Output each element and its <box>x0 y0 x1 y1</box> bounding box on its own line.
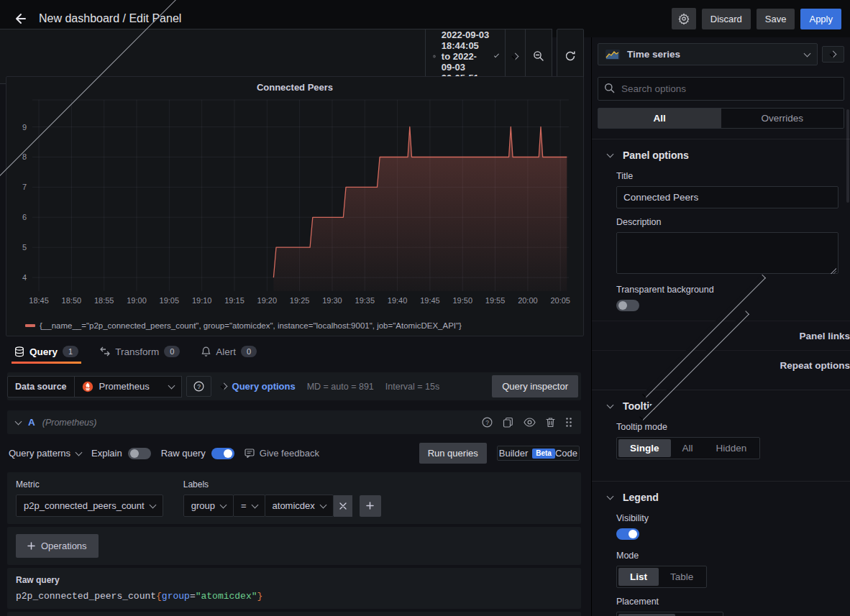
svg-text:19:10: 19:10 <box>192 296 212 305</box>
transparent-background-toggle[interactable] <box>616 300 639 311</box>
editor-tabs: Query 1 Transform 0 Alert 0 <box>0 336 591 364</box>
legend-mode-segment: List Table <box>616 566 707 588</box>
give-feedback-link[interactable]: Give feedback <box>245 448 319 459</box>
datasource-help-button[interactable]: ? <box>186 376 211 397</box>
svg-text:19:00: 19:00 <box>127 296 147 305</box>
panel-options-header[interactable]: Panel options <box>592 139 850 165</box>
comment-icon <box>245 449 255 458</box>
tab-all[interactable]: All <box>598 109 721 128</box>
discard-button[interactable]: Discard <box>702 9 751 29</box>
chevron-right-icon <box>512 52 519 60</box>
add-operations-button[interactable]: Operations <box>16 534 99 558</box>
time-picker-group: 2022-09-03 18:44:05 to 2022-09-03 20:05:… <box>0 29 584 84</box>
hide-response-eye-icon[interactable] <box>524 418 536 427</box>
chart-legend[interactable]: {__name__="p2p_connected_peers_count", g… <box>6 321 583 336</box>
search-options-input[interactable] <box>598 77 844 101</box>
panel-options-title: Panel options <box>623 150 689 161</box>
back-button[interactable] <box>9 7 32 30</box>
query-options-row[interactable]: Options Legend: Auto Format: Time series… <box>7 612 581 616</box>
options-scrollbar[interactable] <box>846 109 849 203</box>
metric-label: Metric <box>16 479 163 489</box>
label-value-select[interactable]: atomicdex <box>265 495 334 517</box>
svg-text:7: 7 <box>22 183 27 191</box>
run-queries-button[interactable]: Run queries <box>419 443 487 464</box>
tab-overrides[interactable]: Overrides <box>721 109 844 128</box>
explain-label: Explain <box>91 448 122 459</box>
label-name-select[interactable]: group <box>183 495 234 517</box>
options-pane: Time series All Overrides Panel opt <box>591 37 850 616</box>
refresh-button[interactable] <box>557 29 584 84</box>
visualization-picker[interactable]: Time series <box>598 43 818 65</box>
duplicate-icon[interactable] <box>503 417 513 428</box>
tooltip-mode-single[interactable]: Single <box>618 439 671 457</box>
remove-label-button[interactable] <box>334 495 352 517</box>
svg-text:19:55: 19:55 <box>485 296 506 305</box>
legend-mode-list[interactable]: List <box>618 568 659 586</box>
toggle-viz-suggestions-button[interactable] <box>822 46 844 63</box>
query-inspector-button[interactable]: Query inspector <box>492 375 578 397</box>
trash-icon[interactable] <box>546 417 555 428</box>
svg-text:19:30: 19:30 <box>322 296 342 305</box>
metric-select[interactable]: p2p_connected_peers_count <box>16 495 163 517</box>
tooltip-header[interactable]: Tooltip <box>592 390 850 416</box>
builder-label: Builder <box>499 448 528 459</box>
save-button[interactable]: Save <box>757 9 795 29</box>
svg-text:?: ? <box>197 383 201 390</box>
svg-text:19:40: 19:40 <box>388 296 408 305</box>
collapse-query-icon[interactable] <box>15 418 22 425</box>
tab-query[interactable]: Query 1 <box>12 346 81 364</box>
chevron-down-icon <box>607 151 614 158</box>
clock-icon <box>433 51 436 62</box>
help-icon[interactable]: ? <box>482 417 493 428</box>
query-builder-toolbar: Query patterns Explain Raw query Give fe… <box>7 437 581 469</box>
svg-text:18:45: 18:45 <box>29 296 49 305</box>
datasource-label: Data source <box>7 376 75 397</box>
chevron-right-icon <box>830 51 837 58</box>
svg-text:18:55: 18:55 <box>94 296 114 305</box>
label-value-value: atomicdex <box>273 500 315 511</box>
svg-text:20:05: 20:05 <box>550 296 570 305</box>
apply-button[interactable]: Apply <box>800 9 841 29</box>
legend-visibility-toggle[interactable] <box>616 528 639 540</box>
datasource-picker[interactable]: Prometheus <box>74 376 182 397</box>
query-editor: A (Prometheus) ? Query patterns <box>7 410 581 616</box>
transform-count-badge: 0 <box>164 346 180 357</box>
time-shift-back-button[interactable] <box>0 29 426 84</box>
legend-header[interactable]: Legend <box>592 482 850 507</box>
timeseries-chart: 45678918:4518:5018:5519:0019:0519:1019:1… <box>11 94 582 310</box>
query-row-header[interactable]: A (Prometheus) ? <box>7 410 581 434</box>
labels-field: Labels group = <box>183 479 381 517</box>
zoom-out-time-button[interactable] <box>525 29 552 84</box>
time-range-picker[interactable]: 2022-09-03 18:44:05 to 2022-09-03 20:05:… <box>425 29 506 84</box>
chart-area[interactable]: 45678918:4518:5018:5519:0019:0519:1019:1… <box>6 94 583 321</box>
query-patterns-dropdown[interactable]: Query patterns <box>9 448 81 459</box>
tooltip-mode-all[interactable]: All <box>671 439 705 457</box>
chevron-down-icon <box>168 382 175 389</box>
transform-icon <box>100 346 110 357</box>
svg-text:19:25: 19:25 <box>290 296 310 305</box>
repeat-options-header[interactable]: Repeat options <box>592 350 850 380</box>
editor-mode-builder[interactable]: Builder Beta <box>499 448 555 459</box>
tooltip-mode-label: Tooltip mode <box>616 422 838 432</box>
tab-transform[interactable]: Transform 0 <box>97 346 183 364</box>
tab-alert[interactable]: Alert 0 <box>198 346 260 364</box>
close-icon <box>339 502 347 510</box>
query-options-toggle[interactable]: Query options MD = auto = 891 Interval =… <box>211 381 490 392</box>
legend-title: Legend <box>623 492 659 503</box>
time-shift-forward-button[interactable] <box>505 29 526 84</box>
label-operator-select[interactable]: = <box>233 495 265 517</box>
raw-query-code: p2p_connected_peers_count{group="atomicd… <box>16 591 572 602</box>
panel-title-input[interactable] <box>616 186 838 208</box>
legend-mode-table[interactable]: Table <box>659 568 705 586</box>
panel-description-input[interactable] <box>616 232 838 274</box>
editor-mode-code[interactable]: Code <box>555 448 577 459</box>
panel-settings-button[interactable] <box>672 8 696 29</box>
interval-text: Interval = 15s <box>385 382 439 392</box>
tooltip-mode-hidden[interactable]: Hidden <box>705 439 759 457</box>
drag-handle-icon[interactable] <box>565 417 572 428</box>
explain-toggle[interactable] <box>128 448 151 459</box>
raw-query-toggle[interactable] <box>211 448 234 459</box>
add-label-button[interactable] <box>360 495 381 517</box>
time-range-text: 2022-09-03 18:44:05 to 2022-09-03 20:05:… <box>442 29 490 83</box>
legend-series-name: {__name__="p2p_connected_peers_count", g… <box>40 321 462 330</box>
